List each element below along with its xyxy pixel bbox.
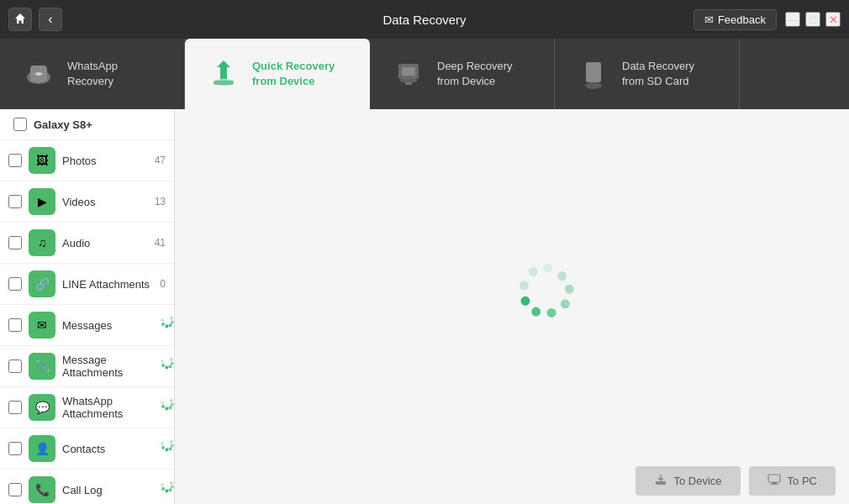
icon-photos: 🖼 <box>29 147 55 174</box>
sidebar-item-photos[interactable]: 🖼Photos47 <box>0 140 174 181</box>
nav-controls: ‹ <box>8 8 62 31</box>
spinner-svg <box>512 249 604 340</box>
sidebar-item-messages[interactable]: ✉Messages <box>0 305 174 346</box>
icon-contacts: 👤 <box>29 435 55 462</box>
checkbox-audio[interactable] <box>8 236 22 249</box>
to-pc-icon <box>767 473 781 489</box>
icon-msgatt: 📎 <box>29 353 55 380</box>
label-messages: Messages <box>62 319 144 332</box>
title-bar-right: ✉ Feedback — □ ✕ <box>693 9 841 30</box>
sidebar-item-calllog[interactable]: 📞Call Log <box>0 470 174 504</box>
label-contacts: Contacts <box>62 443 144 455</box>
checkbox-contacts[interactable] <box>8 442 22 455</box>
checkbox-calllog[interactable] <box>8 483 22 496</box>
svg-rect-61 <box>772 482 777 484</box>
label-photos: Photos <box>62 155 148 167</box>
sidebar-header: Galaxy S8+ <box>0 109 174 140</box>
checkbox-messages[interactable] <box>8 318 22 332</box>
checkbox-photos[interactable] <box>8 154 22 167</box>
footer-buttons: To Device To PC <box>622 458 849 504</box>
svg-rect-62 <box>770 484 778 485</box>
count-photos: 47 <box>155 155 166 166</box>
window-controls: — □ ✕ <box>785 12 841 27</box>
sidebar-item-audio[interactable]: ♫Audio41 <box>0 223 174 264</box>
deep-recovery-tab-icon <box>390 55 427 92</box>
svg-point-51 <box>576 291 588 303</box>
checkbox-whatsatt[interactable] <box>8 401 22 414</box>
whatsapp-tab-label: WhatsAppRecovery <box>67 59 118 89</box>
tab-deep-recovery[interactable]: Deep Recoveryfrom Device <box>370 39 555 109</box>
svg-point-52 <box>567 304 580 317</box>
label-videos: Videos <box>62 196 148 208</box>
to-pc-button[interactable]: To PC <box>749 466 836 496</box>
svg-point-13 <box>585 82 602 89</box>
loading-messages <box>150 317 166 334</box>
svg-point-35 <box>166 448 171 452</box>
icon-calllog: 📞 <box>29 476 55 503</box>
svg-point-55 <box>530 291 542 303</box>
quick-recovery-tab-icon <box>205 55 242 92</box>
svg-point-37 <box>164 441 168 445</box>
label-calllog: Call Log <box>62 484 144 496</box>
quick-recovery-tab-label: Quick Recoveryfrom Device <box>252 59 335 89</box>
icon-audio: ♫ <box>29 229 55 256</box>
svg-point-18 <box>164 321 168 325</box>
svg-point-30 <box>164 403 168 407</box>
to-pc-label: To PC <box>788 475 817 487</box>
sidebar: Galaxy S8+ 🖼Photos47▶Videos13♫Audio41🔗LI… <box>0 109 175 504</box>
svg-point-36 <box>164 444 168 449</box>
svg-rect-60 <box>768 475 780 482</box>
svg-point-31 <box>164 400 168 404</box>
app-title: Data Recovery <box>382 13 466 27</box>
minimize-button[interactable]: — <box>785 12 800 27</box>
maximize-button[interactable]: □ <box>805 12 820 27</box>
whatsapp-tab-icon <box>20 55 57 92</box>
main-area: Galaxy S8+ 🖼Photos47▶Videos13♫Audio41🔗LI… <box>0 109 849 504</box>
home-button[interactable] <box>8 8 32 31</box>
feedback-button[interactable]: ✉ Feedback <box>693 9 777 30</box>
checkbox-line[interactable] <box>8 277 22 291</box>
loading-contacts <box>150 440 166 458</box>
deep-recovery-tab-label: Deep Recoveryfrom Device <box>437 59 513 89</box>
label-line: LINE Attachments <box>62 278 153 291</box>
sidebar-item-videos[interactable]: ▶Videos13 <box>0 181 174 223</box>
svg-marker-2 <box>217 60 230 79</box>
loading-calllog <box>150 481 166 499</box>
svg-rect-6 <box>402 67 415 76</box>
loading-whatsatt <box>150 399 166 417</box>
svg-rect-8 <box>405 82 412 85</box>
back-button[interactable]: ‹ <box>39 8 62 31</box>
svg-rect-10 <box>589 66 592 72</box>
count-videos: 13 <box>155 196 166 207</box>
svg-rect-59 <box>656 481 666 485</box>
to-device-label: To Device <box>674 475 722 487</box>
sidebar-item-msgatt[interactable]: 📎Message Attachments <box>0 346 174 387</box>
sdcard-tab-label: Data Recoveryfrom SD Card <box>622 59 694 89</box>
content-area: To Device To PC <box>175 109 849 504</box>
tab-whatsapp[interactable]: WhatsAppRecovery <box>0 39 185 109</box>
loading-spinner <box>478 273 546 340</box>
sidebar-item-contacts[interactable]: 👤Contacts <box>0 428 174 470</box>
loading-msgatt <box>150 358 166 375</box>
svg-point-23 <box>166 365 171 370</box>
to-device-button[interactable]: To Device <box>635 466 741 496</box>
sdcard-tab-icon <box>575 55 612 92</box>
svg-point-58 <box>561 265 573 277</box>
close-button[interactable]: ✕ <box>825 12 841 27</box>
checkbox-videos[interactable] <box>8 195 22 208</box>
count-line: 0 <box>160 278 166 290</box>
tab-quick-recovery[interactable]: Quick Recoveryfrom Device <box>185 39 370 109</box>
icon-videos: ▶ <box>29 188 55 215</box>
label-audio: Audio <box>62 237 148 249</box>
tab-bar: WhatsAppRecovery Quick Recoveryfrom Devi… <box>0 39 849 109</box>
svg-point-19 <box>164 318 168 322</box>
count-audio: 41 <box>155 237 166 249</box>
sidebar-item-line[interactable]: 🔗LINE Attachments0 <box>0 264 174 305</box>
tab-sdcard-recovery[interactable]: Data Recoveryfrom SD Card <box>555 39 740 109</box>
icon-line: 🔗 <box>29 270 55 297</box>
icon-messages: ✉ <box>29 312 55 339</box>
sidebar-item-whatsatt[interactable]: 💬WhatsApp Attachments <box>0 387 174 428</box>
checkbox-msgatt[interactable] <box>8 360 22 373</box>
svg-point-24 <box>164 362 168 366</box>
select-all-checkbox[interactable] <box>13 118 27 131</box>
